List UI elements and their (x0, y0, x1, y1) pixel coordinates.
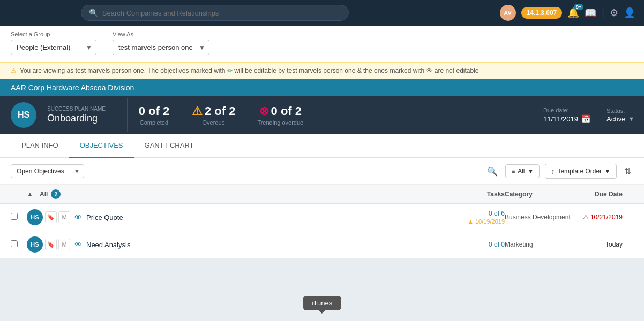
table-row: HS 🔖 M 👁 Need Analysis 0 of 0 Marketing … (0, 231, 644, 258)
trending-count: ⊗0 of 2 (257, 104, 303, 118)
group-select[interactable]: People (External) (11, 40, 96, 55)
th-tasks: Tasks (435, 190, 505, 198)
group-selector: Select a Group People (External) ▼ (11, 31, 96, 55)
row-avatar-2: HS (27, 236, 43, 253)
plan-stats: 0 of 2 Completed ⚠2 of 2 Overdue ⊗0 of 2… (127, 98, 314, 132)
notification-bell[interactable]: 🔔 9+ (567, 7, 579, 19)
overdue-icon: ⚠ (583, 213, 589, 221)
tasks-link-1[interactable]: 0 of 6 (489, 210, 505, 217)
tab-gantt-chart[interactable]: GANTT CHART (134, 134, 205, 158)
warning-text: You are viewing as test marvels person o… (20, 67, 479, 74)
th-duedate: Due Date (580, 190, 633, 198)
objectives-toolbar: Open Objectives All Objectives Closed Ob… (0, 158, 644, 185)
filter-all-button[interactable]: ≡ All ▼ (505, 164, 540, 178)
calendar-icon[interactable]: 📅 (581, 114, 590, 123)
controls-bar: Select a Group People (External) ▼ View … (0, 26, 644, 62)
group-label: Select a Group (11, 31, 96, 37)
row-category-1: Business Development (505, 213, 580, 221)
view-as-select-wrapper[interactable]: test marvels person one ▼ (113, 40, 209, 55)
row-name-1[interactable]: Price Quote (86, 213, 435, 221)
filter-icon: ≡ (511, 167, 515, 175)
notification-count: 9+ (574, 4, 583, 10)
trending-icon: ⊗ (259, 104, 269, 118)
all-count: 2 (51, 189, 61, 199)
search-input[interactable] (102, 9, 341, 17)
plan-header: HS SUCCESS PLAN NAME Onboarding 0 of 2 C… (0, 96, 644, 134)
status-label: Status: (606, 108, 633, 114)
plan-avatar: HS (11, 102, 36, 128)
overdue-label: Overdue (192, 119, 235, 126)
chevron-down-icon: ▼ (604, 167, 611, 175)
version-badge: 14.1.3.007 (521, 7, 563, 19)
status-meta: Status: Active ▼ (606, 108, 633, 123)
table-row: HS 🔖 M 👁 Price Quote 0 of 6 ▲ 10/19/2019… (0, 204, 644, 231)
th-all: All 2 (40, 189, 435, 199)
visibility-button-2[interactable]: 👁 (74, 240, 82, 249)
plan-name-label: SUCCESS PLAN NAME (47, 106, 106, 112)
plan-name: Onboarding (47, 113, 106, 124)
user-icon[interactable]: 👤 (624, 7, 635, 19)
tab-plan-info[interactable]: PLAN INFO (11, 134, 69, 158)
visibility-button-1[interactable]: 👁 (74, 213, 82, 221)
row-tasks-2: 0 of 0 (435, 241, 505, 248)
completed-count: 0 of 2 (138, 104, 170, 118)
nav-right: AV 14.1.3.007 🔔 9+ 📖 | ⚙ 👤 (500, 5, 635, 21)
view-as-selector: View As test marvels person one ▼ (113, 31, 209, 55)
trending-label: Trending overdue (257, 119, 303, 126)
bookmark-button-1[interactable]: 🔖 (45, 211, 57, 223)
overdue-count: ⚠2 of 2 (192, 104, 235, 118)
row-tasks-1: 0 of 6 ▲ 10/19/2019 (435, 210, 505, 225)
due-date-value: 11/11/2019 📅 (543, 114, 590, 123)
due-date-label: Due date: (543, 107, 590, 113)
status-wrapper[interactable]: Active ▼ (606, 115, 633, 123)
sort-button[interactable]: ↕ Template Order ▼ (545, 164, 617, 179)
row-icons-2: 🔖 M (45, 239, 70, 250)
chevron-down-icon: ▼ (528, 167, 534, 175)
row-avatar-1: HS (27, 209, 43, 225)
stat-trending: ⊗0 of 2 Trending overdue (246, 98, 314, 132)
view-as-label: View As (113, 31, 209, 37)
m-button-2[interactable]: M (58, 239, 70, 250)
book-icon[interactable]: 📖 (585, 7, 596, 19)
search-bar[interactable]: 🔍 (81, 5, 349, 21)
stat-overdue: ⚠2 of 2 Overdue (181, 98, 246, 132)
view-as-select[interactable]: test marvels person one (113, 40, 209, 55)
objectives-filter-wrapper[interactable]: Open Objectives All Objectives Closed Ob… (11, 164, 84, 178)
bookmark-button-2[interactable]: 🔖 (45, 239, 57, 250)
search-button[interactable]: 🔍 (485, 164, 500, 179)
table-header: ▲ All 2 Tasks Category Due Date (0, 185, 644, 204)
objectives-table: ▲ All 2 Tasks Category Due Date HS 🔖 M 👁… (0, 185, 644, 258)
status-select[interactable]: Active (606, 115, 633, 123)
due-date-overdue-1: ⚠ 10/21/2019 (580, 213, 623, 221)
top-navigation: 🔍 AV 14.1.3.007 🔔 9+ 📖 | ⚙ 👤 (0, 0, 644, 26)
objectives-filter-select[interactable]: Open Objectives All Objectives Closed Ob… (11, 164, 84, 178)
tasks-overdue-1: ▲ 10/19/2019 (435, 218, 505, 225)
sort-icon: ↕ (551, 167, 555, 175)
row-checkbox-2[interactable] (11, 240, 27, 249)
row-checkbox-1[interactable] (11, 213, 27, 221)
tab-objectives[interactable]: OBJECTIVES (69, 134, 134, 158)
tabs-bar: PLAN INFO OBJECTIVES GANTT CHART (0, 134, 644, 158)
th-expand: ▲ (27, 190, 40, 198)
warning-icon: ⚠ (192, 104, 203, 118)
completed-label: Completed (138, 119, 170, 126)
warning-icon: ⚠ (11, 67, 17, 74)
pencil-icon: ✏ (227, 67, 234, 74)
tasks-link-2[interactable]: 0 of 0 (489, 241, 505, 248)
stat-completed: 0 of 2 Completed (127, 98, 181, 132)
due-date-meta: Due date: 11/11/2019 📅 (543, 107, 590, 123)
due-date-today: Today (605, 241, 623, 248)
user-avatar: AV (500, 5, 516, 21)
row-category-2: Marketing (505, 241, 580, 248)
row-name-2[interactable]: Need Analysis (86, 241, 435, 249)
warning-banner: ⚠ You are viewing as test marvels person… (0, 62, 644, 79)
refresh-button[interactable]: ⇅ (622, 164, 633, 179)
m-button-1[interactable]: M (58, 211, 70, 223)
th-category: Category (505, 190, 580, 198)
row-duedate-1: ⚠ 10/21/2019 (580, 213, 633, 221)
settings-icon[interactable]: ⚙ (610, 7, 618, 19)
company-header: AAR Corp Hardware Abscoa Division (0, 79, 644, 96)
company-name: AAR Corp Hardware Abscoa Division (11, 83, 134, 92)
eye-icon: 👁 (426, 67, 434, 74)
group-select-wrapper[interactable]: People (External) ▼ (11, 40, 96, 55)
